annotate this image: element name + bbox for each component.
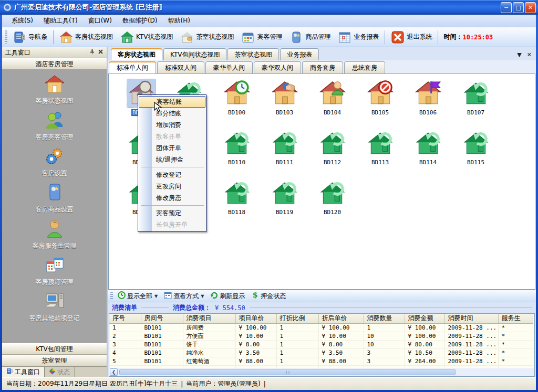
room-type-tab-1[interactable]: 标准双人间	[157, 61, 204, 73]
toolbar-grip[interactable]	[5, 30, 7, 44]
main-tab-3[interactable]: 业务报表	[280, 48, 319, 60]
room-type-tab-0[interactable]: 标准单人间	[109, 61, 156, 73]
sidebar-item-1[interactable]: 客房宾客管理	[36, 110, 74, 142]
sidebar-section-tea[interactable]: 茶室管理	[2, 355, 107, 366]
room-BD111[interactable]: BD111	[261, 129, 308, 179]
column-header-5[interactable]: 折后单价	[318, 314, 364, 323]
view-toolbar-button-2[interactable]: 刷新显示	[207, 290, 248, 302]
column-header-2[interactable]: 消费项目	[183, 314, 235, 323]
horizontal-scrollbar[interactable]: ❮	[110, 368, 534, 376]
view-toolbar-grip[interactable]	[110, 292, 113, 300]
column-header-0[interactable]: 序号	[109, 314, 141, 323]
main-tab-2[interactable]: 茶室状态视图	[227, 48, 279, 60]
toolbar-button-6[interactable]: 业务报表	[334, 29, 382, 46]
room-BD110[interactable]: BD110	[213, 129, 261, 179]
sidebar-bottom-tab-0[interactable]: 工具窗口	[2, 367, 45, 377]
sidebar-item-4[interactable]: 客房服务生管理	[33, 219, 77, 250]
toolbar-button-1[interactable]: 客房状态视图	[56, 29, 117, 46]
menu-item-3[interactable]: 数据维护(D)	[117, 15, 163, 26]
room-state-icon-vacant	[366, 129, 395, 157]
pin-icon[interactable]	[88, 49, 96, 56]
sidebar-item-3[interactable]: 客房商品设置	[36, 183, 74, 214]
room-BD113[interactable]: BD113	[356, 129, 404, 179]
sidebar-item-0[interactable]: 客房状态视图	[36, 74, 74, 105]
toolbar-button-5[interactable]: 商品管理	[286, 29, 334, 46]
view-toolbar-button-1[interactable]: 查看方式▼	[161, 290, 207, 302]
room-type-tab-5[interactable]: 总统套房	[344, 61, 385, 73]
room-BD107[interactable]: BD107	[452, 79, 500, 129]
scrollbar-thumb[interactable]	[119, 369, 456, 375]
sidebar-bottom-tab-1[interactable]: 状态	[45, 367, 75, 377]
goods-icon	[44, 183, 66, 204]
room-BD115[interactable]: BD115	[452, 129, 500, 179]
room-BD119[interactable]: BD119	[261, 179, 308, 229]
main-tab-0[interactable]: 客房状态视图	[111, 48, 162, 60]
context-menu-item-2[interactable]: 增加消费	[138, 119, 206, 131]
context-menu-item-9[interactable]: 宾客预定	[138, 207, 206, 219]
close-icon[interactable]	[96, 49, 105, 56]
context-menu-item-4[interactable]: 团体开单	[138, 142, 206, 154]
column-header-3[interactable]: 项目单价	[235, 314, 276, 323]
consumption-table-container: 序号房间号消费项目项目单价打折比例折后单价消费数量消费金额消费时间服务生1BD1…	[109, 313, 535, 377]
context-menu-item-5[interactable]: 续/退押金	[138, 154, 206, 165]
room-BD112[interactable]: BD112	[308, 129, 356, 179]
context-menu-item-6[interactable]: 修改登记	[138, 169, 206, 181]
sidebar-item-6[interactable]: 客房其他款项登记	[29, 291, 80, 323]
toolbar-button-2[interactable]: KTV状态视图	[117, 29, 177, 46]
main-tab-1[interactable]: KTV包间状态视图	[163, 48, 226, 60]
sidebar-item-2[interactable]: 客房设置	[42, 146, 67, 178]
context-menu-item-0[interactable]: 宾客结账	[139, 96, 205, 108]
menu-item-1[interactable]: 辅助工具(T)	[38, 15, 83, 26]
cell: 1	[364, 323, 405, 332]
sidebar-item-5[interactable]: 客房预订管理	[36, 255, 74, 287]
room-type-tab-4[interactable]: 商务套房	[302, 61, 343, 73]
table-row[interactable]: 5BD101红葡萄酒¥ 88.001¥ 88.003¥ 264.002009-1…	[109, 357, 533, 365]
column-header-8[interactable]: 消费时间	[444, 314, 498, 323]
menu-item-4[interactable]: 帮助(H)	[163, 15, 195, 26]
room-BD100[interactable]: BD100	[213, 79, 261, 129]
context-menu-item-1[interactable]: 部分结账	[138, 108, 206, 119]
toolbar-button-3[interactable]: 茶室状态视图	[177, 29, 237, 46]
view-toolbar-button-3[interactable]: $押金状态	[248, 290, 289, 302]
menu-item-0[interactable]: 系统(S)	[6, 15, 38, 26]
table-row[interactable]: 2BD101方便面¥ 10.001¥ 10.0010¥ 100.002009-1…	[109, 332, 533, 340]
room-BD118[interactable]: BD118	[213, 179, 261, 229]
close-button[interactable]: ✕	[525, 2, 536, 13]
column-header-6[interactable]: 消费数量	[364, 314, 405, 323]
room-type-tab-3[interactable]: 豪华双人间	[254, 61, 301, 73]
menu-item-2[interactable]: 窗口(W)	[83, 15, 117, 26]
room-BD120[interactable]: BD120	[308, 179, 356, 229]
table-row[interactable]: 3BD101饼干¥ 8.001¥ 8.0010¥ 80.002009-11-28…	[109, 340, 533, 348]
room-BD105[interactable]: BD105	[356, 79, 404, 129]
chevron-down-icon[interactable]: ▼	[517, 51, 521, 58]
column-header-9[interactable]: 服务生	[498, 314, 533, 323]
context-menu-item-8[interactable]: 修改房态	[138, 192, 206, 204]
column-header-1[interactable]: 房间号	[141, 314, 183, 323]
room-BD104[interactable]: BD104	[308, 79, 356, 129]
table-row[interactable]: 4BD101纯净水¥ 3.501¥ 3.503¥ 10.502009-11-28…	[109, 348, 533, 357]
cell: 10	[364, 332, 405, 340]
toolbar-button-4[interactable]: 宾客管理	[237, 29, 286, 46]
app-icon	[3, 3, 12, 12]
room-BD114[interactable]: BD114	[404, 129, 452, 179]
column-header-4[interactable]: 打折比例	[276, 314, 318, 323]
room-label: BD100	[227, 109, 246, 116]
scroll-left-button[interactable]: ❮	[110, 368, 118, 376]
close-icon[interactable]: ✕	[527, 51, 532, 58]
room-BD103[interactable]: BD103	[261, 79, 308, 129]
toolbar-button-0[interactable]: 导航条	[9, 29, 51, 46]
room-BD106[interactable]: BD106	[404, 79, 452, 129]
minimize-button[interactable]: ─	[501, 2, 512, 13]
sidebar-section-ktv[interactable]: KTV包间管理	[2, 343, 107, 355]
context-menu-item-7[interactable]: 更改房间	[138, 181, 206, 192]
chevron-down-icon[interactable]: ▼	[154, 294, 158, 299]
chevron-down-icon[interactable]: ▼	[201, 294, 204, 299]
table-row[interactable]: 1BD101房间费¥ 100.001¥ 100.001¥ 100.002009-…	[109, 323, 533, 332]
room-type-tab-2[interactable]: 豪华单人间	[205, 61, 253, 73]
cell: *	[498, 348, 533, 357]
sidebar-section-hotel-rooms[interactable]: 酒店客房管理	[2, 58, 107, 70]
column-header-7[interactable]: 消费金额	[405, 314, 444, 323]
view-toolbar-button-0[interactable]: 显示全部▼	[115, 290, 161, 302]
toolbar-button-7[interactable]: 退出系统	[387, 29, 436, 46]
maximize-button[interactable]: □	[513, 2, 524, 13]
